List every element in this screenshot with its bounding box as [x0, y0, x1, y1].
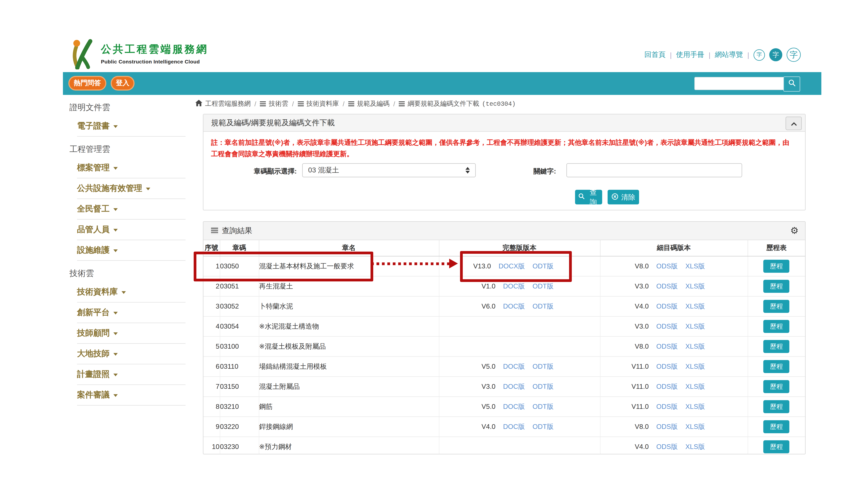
ods-download-link[interactable]: ODS版 [656, 302, 678, 311]
sidebar-item-tender-management[interactable]: 標案管理 [63, 158, 186, 178]
odt-download-link[interactable]: ODT版 [532, 282, 554, 291]
ods-download-link[interactable]: ODS版 [656, 382, 678, 391]
history-button[interactable]: 歷程 [764, 340, 789, 353]
link-sitemap[interactable]: 網站導覽 [715, 50, 743, 60]
doc-download-link[interactable]: DOC版 [503, 402, 525, 411]
home-icon [195, 100, 203, 108]
keyword-input[interactable] [566, 163, 742, 177]
ods-download-link[interactable]: ODS版 [656, 422, 678, 431]
xls-download-link[interactable]: XLS版 [685, 262, 705, 271]
doc-download-link[interactable]: DOC版 [503, 382, 525, 391]
caret-down-icon [113, 250, 118, 252]
chapter-select[interactable]: 03 混凝土 [302, 163, 476, 177]
chapter-select-label: 章碼顯示選擇: [204, 167, 297, 176]
breadcrumb-item-tech-cloud[interactable]: 技術雲 [269, 99, 288, 108]
doc-download-link[interactable]: DOC版 [503, 282, 525, 291]
gear-icon[interactable]: ⚙ [790, 226, 799, 235]
sidebar-section-cert-cloud: 證明文件雲 [63, 95, 186, 116]
odt-download-link[interactable]: ODT版 [532, 422, 554, 431]
breadcrumb-item-portal[interactable]: 工程雲端服務網 [205, 99, 251, 108]
link-manual[interactable]: 使用手冊 [676, 50, 704, 60]
history-button[interactable]: 歷程 [764, 260, 789, 273]
detail-version: V4.0 [635, 302, 649, 310]
select-updown-icon [465, 167, 470, 173]
sidebar-item-facility-maintenance[interactable]: 設施維護 [63, 240, 186, 260]
history-button[interactable]: 歷程 [764, 300, 789, 313]
ods-download-link[interactable]: ODS版 [656, 282, 678, 291]
hot-qa-button[interactable]: 熱門問答 [68, 76, 106, 91]
history-button[interactable]: 歷程 [764, 280, 789, 293]
ods-download-link[interactable]: ODS版 [656, 322, 678, 331]
caret-down-icon [113, 229, 118, 231]
docx-download-link[interactable]: DOCX版 [499, 262, 525, 271]
sidebar-item-public-supervision[interactable]: 全民督工 [63, 199, 186, 219]
doc-download-link[interactable]: DOC版 [503, 422, 525, 431]
history-button[interactable]: 歷程 [764, 360, 789, 373]
ods-download-link[interactable]: ODS版 [656, 402, 678, 411]
breadcrumb-item-spec-code[interactable]: 規範及編碼 [357, 99, 390, 108]
history-button[interactable]: 歷程 [764, 320, 789, 333]
ods-download-link[interactable]: ODS版 [656, 262, 678, 271]
xls-download-link[interactable]: XLS版 [685, 362, 705, 371]
sidebar-item-qc-personnel[interactable]: 品管人員 [63, 220, 186, 240]
xls-download-link[interactable]: XLS版 [685, 322, 705, 331]
history-button[interactable]: 歷程 [764, 440, 789, 453]
filter-panel-title: 規範及編碼/綱要規範及編碼文件下載 [204, 115, 805, 132]
col-chapter-name: 章名 [259, 240, 439, 256]
ods-download-link[interactable]: ODS版 [656, 342, 678, 351]
brand-text: 公共工程雲端服務網 Public Construction Intelligen… [101, 38, 208, 65]
sidebar-item-e-certificate[interactable]: 電子證書 [63, 116, 186, 136]
odt-download-link[interactable]: ODT版 [532, 262, 554, 271]
history-button[interactable]: 歷程 [764, 420, 789, 433]
sidebar-item-public-facility-management[interactable]: 公共設施有效管理 [63, 178, 186, 198]
sidebar-item-project-license[interactable]: 計畫證照 [63, 364, 186, 384]
font-size-medium-button[interactable]: 字 [769, 48, 782, 61]
xls-download-link[interactable]: XLS版 [685, 302, 705, 311]
odt-download-link[interactable]: ODT版 [532, 362, 554, 371]
ods-download-link[interactable]: ODS版 [656, 362, 678, 371]
divider [77, 405, 186, 405]
chevron-up-icon [791, 119, 797, 128]
sidebar-item-innovation-platform[interactable]: 創新平台 [63, 302, 186, 323]
query-button[interactable]: 查詢 [575, 190, 602, 204]
site-logo[interactable]: 公共工程雲端服務網 Public Construction Intelligen… [69, 38, 208, 72]
history-button[interactable]: 歷程 [764, 400, 789, 413]
odt-download-link[interactable]: ODT版 [532, 302, 554, 311]
breadcrumb-separator: / [392, 100, 396, 108]
xls-download-link[interactable]: XLS版 [685, 382, 705, 391]
sidebar-item-engineer-consultant[interactable]: 技師顧問 [63, 323, 186, 343]
link-home[interactable]: 回首頁 [644, 50, 665, 60]
caret-down-icon [146, 188, 150, 190]
logo-icon [69, 38, 95, 72]
odt-download-link[interactable]: ODT版 [532, 382, 554, 391]
sidebar-item-tech-database[interactable]: 技術資料庫 [63, 282, 186, 302]
col-chapter-code: 章碼 [220, 240, 259, 256]
clear-button[interactable]: 清除 [608, 190, 639, 204]
table-header-row: 序號 章碼 章名 完整版版本 細目碼版本 歷程表 [204, 240, 805, 256]
site-search-input[interactable] [694, 77, 784, 90]
table-row: 2 03051 再生混凝土 V1.0DOC版ODT版 V3.0ODS版XLS版 … [204, 276, 805, 296]
doc-download-link[interactable]: DOC版 [503, 302, 525, 311]
font-size-large-button[interactable]: 字 [786, 48, 801, 62]
col-full-version: 完整版版本 [439, 240, 600, 256]
xls-download-link[interactable]: XLS版 [685, 282, 705, 291]
xls-download-link[interactable]: XLS版 [685, 402, 705, 411]
breadcrumb-item-tech-database[interactable]: 技術資料庫 [306, 99, 339, 108]
circle-x-icon [611, 193, 618, 201]
sidebar-item-geotechnical-engineer[interactable]: 大地技師 [63, 344, 186, 364]
font-size-small-button[interactable]: 字 [753, 49, 765, 61]
doc-download-link[interactable]: DOC版 [503, 362, 525, 371]
history-button[interactable]: 歷程 [764, 380, 789, 393]
collapse-panel-button[interactable] [785, 117, 802, 130]
ods-download-link[interactable]: ODS版 [656, 442, 678, 452]
col-history: 歷程表 [748, 240, 805, 256]
site-search-button[interactable] [783, 76, 800, 92]
sidebar-item-case-review[interactable]: 案件審議 [63, 385, 186, 405]
list-icon [211, 228, 218, 234]
login-button[interactable]: 登入 [111, 76, 134, 91]
xls-download-link[interactable]: XLS版 [685, 342, 705, 351]
xls-download-link[interactable]: XLS版 [685, 422, 705, 431]
xls-download-link[interactable]: XLS版 [685, 442, 705, 452]
table-row: 7 03150 混凝土附屬品 V3.0DOC版ODT版 V11.0ODS版XLS… [204, 377, 805, 397]
odt-download-link[interactable]: ODT版 [532, 402, 554, 411]
